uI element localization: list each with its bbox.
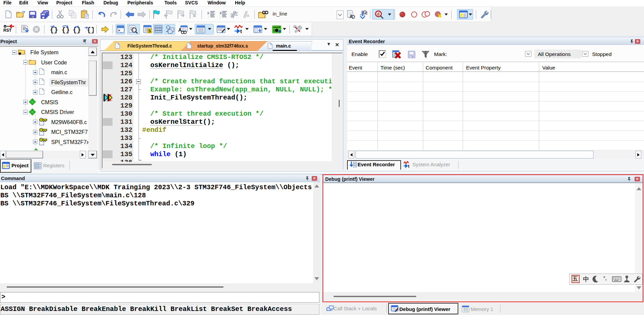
svg-text:{}: {} <box>62 26 70 34</box>
svg-text:{}: {} <box>73 26 81 34</box>
svg-text:✱: ✱ <box>18 52 21 55</box>
svg-text:S: S <box>148 29 151 33</box>
svg-text:>_: >_ <box>118 28 122 32</box>
svg-text:t: t <box>408 164 409 169</box>
svg-text:{}: {} <box>87 26 94 34</box>
svg-text:d: d <box>377 11 380 17</box>
svg-text:t: t <box>240 29 242 34</box>
